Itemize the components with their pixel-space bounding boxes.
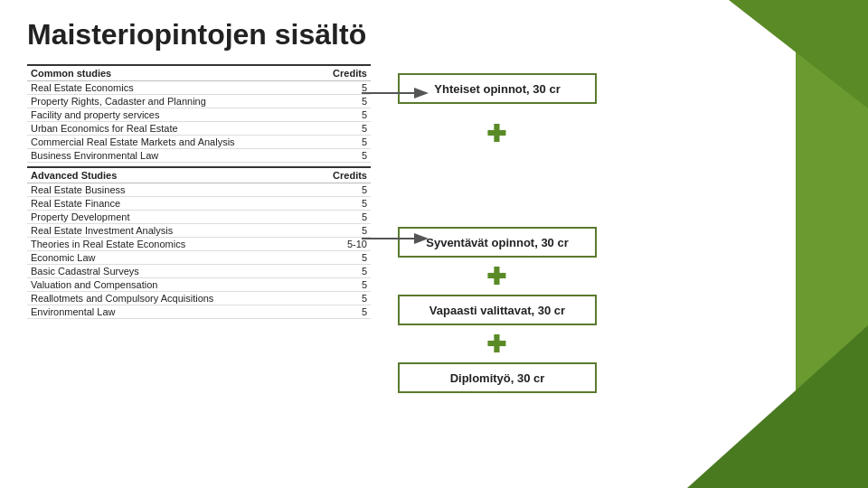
yhteiset-label: Yhteiset opinnot, 30 cr [434, 82, 560, 96]
advanced-studies-title: Advanced Studies [31, 170, 117, 181]
vapaasti-label: Vapaasti valittavat, 30 cr [429, 304, 565, 317]
table-row: Real Estate Finance 5 [27, 197, 371, 211]
table-row: Economic Law 5 [27, 251, 371, 265]
table-row: Reallotmets and Compulsory Acquisitions … [27, 292, 371, 305]
table-row: Basic Cadastral Surveys 5 [27, 265, 371, 278]
page-title: Maisteriopintojen sisältö [27, 18, 841, 52]
common-studies-header: Common studies Credits [27, 64, 371, 81]
syventavat-label: Syventävät opinnot, 30 cr [426, 236, 569, 249]
vapaasti-box: Vapaasti valittavat, 30 cr [398, 295, 597, 325]
right-panel: Yhteiset opinnot, 30 cr ✚ [371, 64, 841, 471]
plus-icon-3: ✚ [486, 331, 506, 359]
advanced-studies-credits-label: Credits [333, 170, 367, 181]
table-row: Environmental Law 5 [27, 305, 371, 319]
table-row: Real Estate Economics 5 [27, 81, 371, 95]
arrow-yhteiset-icon [362, 84, 443, 102]
table-row: Facility and property services 5 [27, 108, 371, 122]
table-row: Theories in Real Estate Economics 5-10 [27, 238, 371, 251]
table-row: Commercial Real Estate Markets and Analy… [27, 136, 371, 149]
table-row: Property Rights, Cadaster and Planning 5 [27, 95, 371, 108]
table-row: Real Estate Business 5 [27, 183, 371, 197]
advanced-studies-header: Advanced Studies Credits [27, 166, 371, 183]
table-row: Real Estate Investment Analysis 5 [27, 224, 371, 238]
table-row: Property Development 5 [27, 211, 371, 224]
common-studies-title: Common studies [31, 68, 111, 79]
plus-icon-1: ✚ [486, 120, 506, 148]
course-table: Common studies Credits Real Estate Econo… [27, 64, 371, 319]
table-row: Business Environmental Law 5 [27, 149, 371, 163]
diplomityo-label: Diplomityö, 30 cr [450, 371, 545, 385]
plus-icon-2: ✚ [486, 263, 506, 291]
common-studies-credits-label: Credits [333, 68, 367, 79]
diplomityo-box: Diplomityö, 30 cr [398, 362, 597, 393]
table-row: Urban Economics for Real Estate 5 [27, 122, 371, 136]
arrow-syventavat-icon [362, 230, 443, 248]
table-row: Valuation and Compensation 5 [27, 278, 371, 292]
